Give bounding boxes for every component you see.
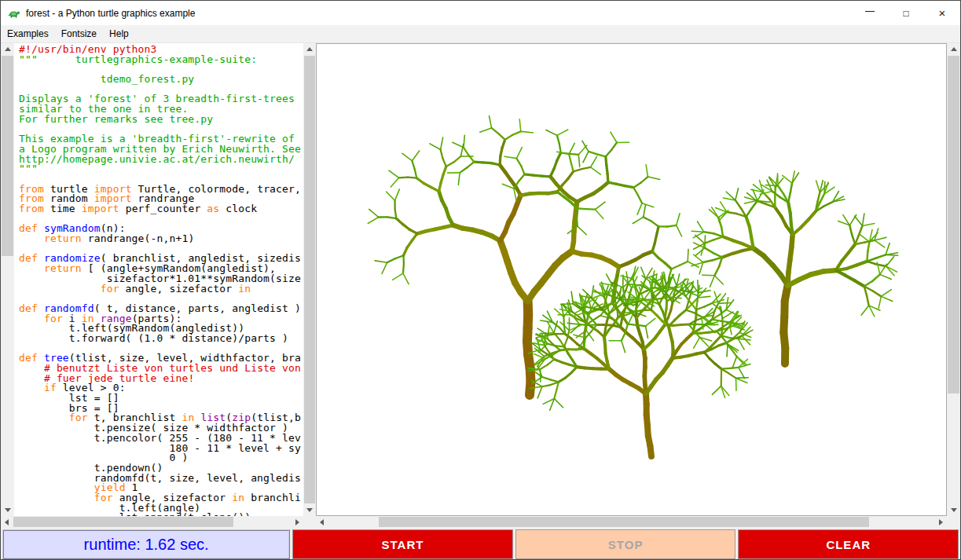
scroll-up-icon[interactable] — [947, 43, 960, 55]
scroll-right-icon[interactable] — [292, 516, 303, 528]
hscroll-row — [1, 516, 960, 528]
status-bar: runtime: 1.62 sec. START STOP CLEAR — [2, 529, 959, 559]
code-line: http://homepage.univie.ac.at/erich.neuwi… — [19, 155, 303, 165]
scroll-down-icon[interactable] — [1, 504, 14, 516]
code-line: t.forward( (1.0 * distance)/parts ) — [19, 334, 303, 344]
clear-button[interactable]: CLEAR — [738, 529, 959, 559]
window-title: forest - a Python turtle graphics exampl… — [26, 8, 195, 19]
start-button[interactable]: START — [292, 529, 513, 559]
scroll-down-icon[interactable] — [947, 504, 960, 516]
code-line: from time import perf_counter as clock — [19, 204, 303, 214]
scroll-up-icon[interactable] — [303, 43, 316, 55]
editor-vscrollbar[interactable] — [1, 43, 14, 516]
code-text: #!/usr/bin/env python3""" turtlegraphics… — [19, 45, 303, 516]
scroll-down-icon[interactable] — [303, 504, 316, 516]
scroll-up-icon[interactable] — [1, 43, 14, 55]
forest-drawing — [317, 44, 946, 515]
scrollbar-corner — [303, 516, 316, 528]
menu-help[interactable]: Help — [103, 26, 135, 42]
close-button[interactable]: × — [924, 1, 960, 25]
title-bar: forest - a Python turtle graphics exampl… — [1, 1, 960, 25]
canvas-hscrollbar-thumb[interactable] — [379, 517, 869, 527]
editor-hscrollbar[interactable] — [1, 516, 303, 528]
canvas-hscrollbar[interactable] — [316, 516, 947, 528]
code-line: return randrange(-n,n+1) — [19, 234, 303, 244]
maximize-button[interactable]: □ — [888, 1, 924, 25]
code-line: For further remarks see tree.py — [19, 115, 303, 125]
editor-vscrollbar-thumb[interactable] — [2, 56, 13, 256]
turtle-icon — [8, 7, 20, 20]
main-content: #!/usr/bin/env python3""" turtlegraphics… — [1, 43, 960, 516]
scrollbar-corner — [947, 516, 960, 528]
editor-hscrollbar-thumb[interactable] — [13, 517, 233, 527]
minimize-button[interactable]: — — [852, 1, 888, 25]
code-editor[interactable]: #!/usr/bin/env python3""" turtlegraphics… — [14, 43, 303, 516]
turtle-canvas — [316, 43, 947, 516]
divider-vscrollbar-thumb[interactable] — [304, 56, 315, 503]
scroll-left-icon[interactable] — [316, 516, 328, 528]
menu-fontsize[interactable]: Fontsize — [55, 26, 103, 42]
menu-bar: Examples Fontsize Help — [1, 25, 960, 43]
app-window: forest - a Python turtle graphics exampl… — [0, 0, 961, 560]
code-line: tdemo_forest.py — [19, 75, 303, 85]
code-line: """ — [19, 164, 303, 174]
scroll-left-icon[interactable] — [1, 516, 13, 528]
scroll-right-icon[interactable] — [935, 516, 947, 528]
divider-vscrollbar[interactable] — [303, 43, 316, 516]
window-controls: — □ × — [852, 1, 960, 25]
canvas-vscrollbar-thumb[interactable] — [948, 56, 959, 393]
code-line: """ turtlegraphics-example-suite: — [19, 55, 303, 65]
canvas-vscrollbar[interactable] — [947, 43, 960, 516]
menu-examples[interactable]: Examples — [1, 26, 55, 42]
code-line: for angle, sizefactor in — [19, 284, 303, 295]
runtime-label: runtime: 1.62 sec. — [2, 529, 290, 559]
stop-button[interactable]: STOP — [515, 529, 736, 559]
